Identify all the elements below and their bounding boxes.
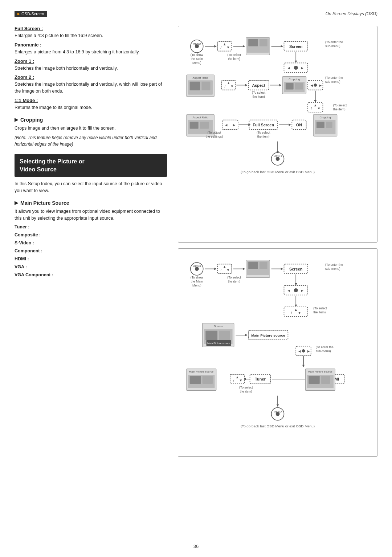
svg-text:the item): the item) (313, 310, 326, 314)
svg-text:Aspect Ratio: Aspect Ratio (193, 76, 208, 80)
svg-rect-14 (260, 39, 268, 46)
svg-text:(To enter the: (To enter the (325, 40, 343, 44)
svg-text:(To select: (To select (313, 306, 327, 310)
svg-point-97 (276, 157, 280, 161)
left-column: Full Screen : Enlarges a 4:3 picture to … (15, 26, 167, 463)
source-tuner: Tuner : (15, 224, 167, 229)
svg-rect-112 (248, 261, 258, 269)
svg-text:(To show: (To show (191, 275, 204, 279)
svg-rect-13 (248, 39, 258, 46)
svg-marker-147 (245, 334, 248, 336)
svg-text:(To enter the: (To enter the (316, 345, 334, 349)
svg-text:Tuner: Tuner (255, 377, 266, 381)
svg-text:▼: ▼ (226, 45, 230, 49)
svg-rect-161 (190, 376, 201, 384)
svg-marker-157 (302, 365, 305, 367)
svg-text:◄: ◄ (287, 288, 291, 292)
svg-point-30 (294, 66, 298, 70)
full-screen-section: Full Screen : Enlarges a 4:3 picture to … (15, 26, 167, 39)
svg-text:/: / (224, 84, 225, 88)
svg-text:◄: ◄ (224, 123, 228, 127)
svg-marker-42 (245, 84, 248, 86)
panoramic-title: Panoramic : (15, 42, 167, 48)
svg-text:Screen: Screen (214, 325, 222, 328)
svg-text:Main Picture source: Main Picture source (308, 370, 332, 373)
svg-text:the item): the item) (257, 135, 270, 138)
svg-text:►: ► (318, 83, 322, 88)
bottom-diagram-box: MENU ▲ / ▼ (178, 248, 377, 457)
svg-text:▼: ▼ (226, 268, 230, 272)
svg-marker-27 (295, 61, 297, 63)
selecting-box-title: Selecting the Picture orVideo Source (20, 158, 162, 173)
svg-text:(To adjust: (To adjust (207, 131, 221, 134)
mode11-section: 1:1 Mode : Returns the image to its orig… (15, 98, 167, 111)
svg-text:/: / (221, 268, 222, 272)
mode11-title: 1:1 Mode : (15, 98, 167, 103)
svg-text:sub-menu): sub-menu) (325, 44, 340, 48)
svg-text:the item): the item) (253, 95, 265, 98)
svg-text:▼: ▼ (298, 311, 301, 315)
svg-text:(To select: (To select (257, 131, 270, 134)
svg-text:▲: ▲ (236, 375, 239, 379)
zoom2-desc: Stretches the image both horizontally an… (15, 81, 167, 95)
svg-text:◄: ◄ (298, 349, 302, 353)
svg-text:Main Picture source: Main Picture source (189, 370, 213, 373)
svg-text:◄: ◄ (287, 66, 291, 70)
svg-point-101 (195, 267, 199, 271)
svg-text:sub-menu): sub-menu) (325, 267, 340, 270)
svg-text:►: ► (300, 288, 304, 292)
panoramic-section: Panoramic : Enlarges a picture from 4:3 … (15, 42, 167, 56)
header-right: On Screen Displays (OSD) (326, 11, 377, 16)
svg-marker-94 (277, 151, 279, 154)
zoom1-desc: Stretches the image both horizontally an… (15, 65, 167, 72)
svg-text:the Main: the Main (191, 279, 203, 283)
svg-text:►: ► (307, 349, 311, 353)
svg-text:(To go back last OSD Menu or e: (To go back last OSD Menu or exit OSD Me… (241, 170, 315, 174)
top-diagram-box: MENU ▲ / ▼ (178, 26, 377, 243)
source-vga: VGA : (15, 264, 167, 269)
source-svideo: S-Video : (15, 240, 167, 245)
svg-rect-36 (201, 82, 210, 90)
svg-marker-183 (277, 404, 279, 407)
source-vga-component: VGA Component : (15, 272, 167, 277)
svg-text:(To select: (To select (227, 53, 241, 57)
svg-rect-71 (190, 122, 199, 129)
svg-text:Screen: Screen (289, 44, 302, 49)
svg-rect-92 (326, 122, 332, 128)
source-hdmi: HDMI : (15, 256, 167, 261)
zoom2-section: Zoom 2 : Stretches the image both horizo… (15, 74, 167, 95)
svg-text:▲: ▲ (223, 265, 226, 269)
svg-text:/: / (233, 378, 234, 382)
svg-rect-52 (286, 83, 294, 89)
cropping-heading: Cropping (15, 117, 167, 123)
svg-text:(To select: (To select (227, 275, 241, 279)
svg-text:the Main: the Main (191, 57, 203, 61)
svg-text:(To enter the: (To enter the (325, 263, 343, 266)
svg-text:/: / (311, 106, 312, 110)
cropping-note: (Note: This feature helps remove any noi… (15, 134, 167, 147)
svg-text:Menu): Menu) (192, 283, 201, 287)
svg-text:▼: ▼ (230, 84, 234, 88)
svg-rect-162 (203, 376, 213, 384)
main-picture-source-section: Main Picture Source It allows you to vie… (15, 200, 167, 278)
svg-marker-85 (289, 123, 291, 126)
svg-text:Menu): Menu) (192, 61, 201, 65)
svg-marker-115 (281, 268, 283, 270)
main-content: Full Screen : Enlarges a 4:3 picture to … (15, 26, 377, 463)
svg-text:the item): the item) (333, 107, 346, 111)
footer: 36 (0, 544, 392, 549)
svg-marker-16 (281, 45, 283, 48)
svg-marker-170 (244, 378, 246, 380)
full-screen-desc: Enlarges a 4:3 picture to fill the 16:9 … (15, 32, 167, 39)
svg-point-152 (302, 349, 305, 353)
svg-text:ON: ON (296, 123, 302, 127)
svg-text:▼: ▼ (239, 378, 243, 382)
svg-text:▲: ▲ (227, 81, 230, 85)
svg-text:Main Picture source: Main Picture source (207, 342, 230, 345)
main-picture-source-desc: It allows you to view images from option… (15, 208, 167, 222)
svg-text:Main Picture source: Main Picture source (251, 333, 285, 337)
svg-marker-81 (248, 123, 251, 126)
svg-rect-142 (205, 330, 217, 340)
svg-text:/: / (221, 45, 222, 49)
svg-text:Screen: Screen (289, 267, 302, 271)
